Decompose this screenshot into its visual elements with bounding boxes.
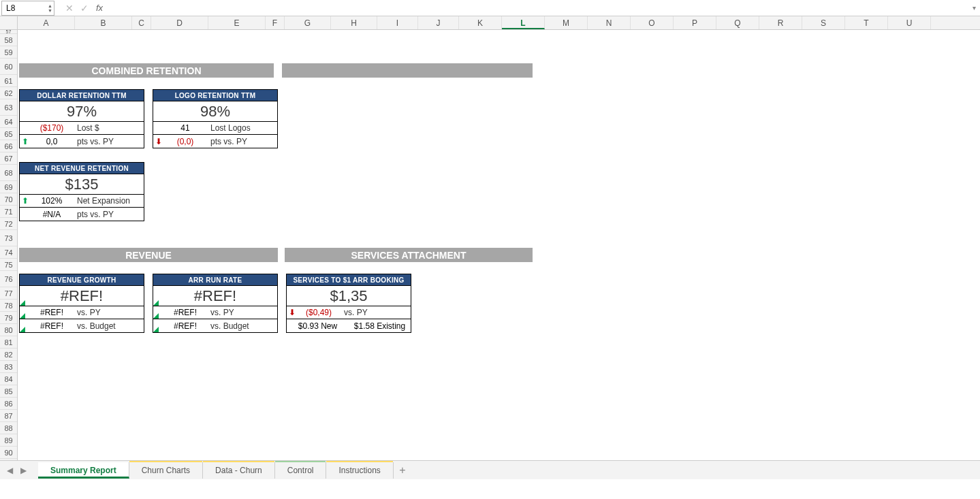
row-header-80[interactable]: 80 [0,324,17,336]
vs-budget-value: #REF! [164,321,206,331]
row-header-73[interactable]: 73 [0,230,17,246]
tab-nav-next-icon[interactable]: ▶ [16,466,30,475]
sheet-tab-data-churn[interactable]: Data - Churn [203,462,275,479]
row-header-85[interactable]: 85 [0,385,17,398]
column-header-Q[interactable]: Q [716,16,759,29]
row-header-62[interactable]: 62 [0,87,17,99]
row-header-90[interactable]: 90 [0,447,17,459]
sheet-tab-instructions[interactable]: Instructions [326,462,393,479]
arrow-down-icon: ⬇ [287,308,298,317]
pts-py-label: pts vs. PY [73,210,144,219]
column-header-M[interactable]: M [545,16,588,29]
column-header-D[interactable]: D [151,16,208,29]
expand-formula-bar-icon[interactable]: ▾ [968,4,980,12]
error-indicator-icon [153,300,159,306]
vs-py-value: #REF! [31,308,73,317]
column-header-F[interactable]: F [266,16,285,29]
row-header-76[interactable]: 76 [0,271,17,287]
row-header-74[interactable]: 74 [0,246,17,259]
row-header-66[interactable]: 66 [0,140,17,152]
row-header-67[interactable]: 67 [0,152,17,165]
vs-budget-label: vs. Budget [73,321,144,331]
vs-py-value: ($0,49) [298,308,340,317]
services-new: $0.93 New [287,321,349,331]
row-header-71[interactable]: 71 [0,206,17,218]
formula-bar: L8 ▲▼ ✕ ✓ fx ▾ [0,0,980,16]
formula-input[interactable] [103,1,968,16]
row-header-65[interactable]: 65 [0,128,17,140]
lost-logos-label: Lost Logos [206,123,277,133]
row-header-72[interactable]: 72 [0,218,17,230]
banner-services-attachment: SERVICES ATTACHMENT [285,248,533,262]
row-header-82[interactable]: 82 [0,349,17,361]
row-header-59[interactable]: 59 [0,46,17,59]
row-header-61[interactable]: 61 [0,75,17,87]
row-header-75[interactable]: 75 [0,259,17,271]
sheet-tab-control[interactable]: Control [275,462,327,479]
column-header-J[interactable]: J [418,16,459,29]
column-header-S[interactable]: S [802,16,845,29]
column-header-T[interactable]: T [845,16,888,29]
row-header-83[interactable]: 83 [0,361,17,373]
row-header-70[interactable]: 70 [0,193,17,206]
row-header-81[interactable]: 81 [0,336,17,349]
column-header-C[interactable]: C [132,16,151,29]
row-header-77[interactable]: 77 [0,287,17,300]
card-arr-run-rate: ARR RUN RATE #REF! #REF! vs. PY #REF! vs… [153,274,278,333]
column-header-O[interactable]: O [631,16,674,29]
column-header-B[interactable]: B [75,16,132,29]
card-revenue-growth: REVENUE GROWTH #REF! #REF! vs. PY #REF! … [19,274,144,333]
name-box[interactable]: L8 ▲▼ [1,1,54,16]
select-all-corner[interactable] [0,16,18,29]
column-header-H[interactable]: H [331,16,377,29]
row-header-89[interactable]: 89 [0,434,17,447]
column-header-K[interactable]: K [459,16,502,29]
row-headers: 5758596061626364656667686970717273747576… [0,30,18,471]
column-header-P[interactable]: P [674,16,716,29]
pts-py-label: pts vs. PY [206,137,277,146]
name-box-stepper[interactable]: ▲▼ [48,3,52,13]
column-header-U[interactable]: U [888,16,931,29]
banner-combined-retention: COMBINED RETENTION [19,63,274,78]
column-header-N[interactable]: N [588,16,631,29]
column-header-R[interactable]: R [759,16,802,29]
row-header-69[interactable]: 69 [0,181,17,193]
row-header-79[interactable]: 79 [0,312,17,324]
cancel-icon[interactable]: ✕ [62,1,77,16]
card-title: ARR RUN RATE [153,274,277,286]
column-header-E[interactable]: E [208,16,266,29]
row-header-68[interactable]: 68 [0,165,17,181]
sheet-tab-churn-charts[interactable]: Churn Charts [129,462,203,479]
row-header-87[interactable]: 87 [0,410,17,422]
arrow-up-icon: ⬆ [20,196,31,206]
grid-content[interactable]: COMBINED RETENTION DOLLAR RETENTION TTM … [18,30,980,479]
card-title: SERVICES TO $1 ARR BOOKING [287,274,411,286]
row-header-78[interactable]: 78 [0,300,17,312]
row-header-64[interactable]: 64 [0,116,17,128]
tab-nav-prev-icon[interactable]: ◀ [3,466,16,475]
banner-revenue: REVENUE [19,248,278,262]
accept-icon[interactable]: ✓ [77,1,92,16]
arrow-up-icon: ⬆ [20,137,31,146]
column-header-A[interactable]: A [18,16,75,29]
error-indicator-icon [153,313,159,319]
row-header-84[interactable]: 84 [0,373,17,385]
column-header-G[interactable]: G [285,16,331,29]
column-header-I[interactable]: I [377,16,418,29]
error-indicator-icon [20,327,25,332]
row-header-86[interactable]: 86 [0,398,17,410]
card-value: $135 [20,174,144,195]
row-header-63[interactable]: 63 [0,99,17,116]
column-header-L[interactable]: L [502,16,545,29]
card-title: NET REVENUE RETENTION [20,163,144,174]
spreadsheet-grid[interactable]: ABCDEFGHIJKLMNOPQRSTU 575859606162636465… [0,16,980,479]
row-header-88[interactable]: 88 [0,422,17,434]
lost-dollar-label: Lost $ [73,123,144,133]
add-sheet-button[interactable]: + [394,464,411,477]
row-header-60[interactable]: 60 [0,59,17,75]
sheet-tab-summary-report[interactable]: Summary Report [38,462,129,479]
fx-icon[interactable]: fx [96,3,103,13]
lost-logos-value: 41 [164,123,206,133]
row-header-58[interactable]: 58 [0,34,17,46]
sheet-tab-bar: ◀ ▶ Summary ReportChurn ChartsData - Chu… [0,460,980,479]
